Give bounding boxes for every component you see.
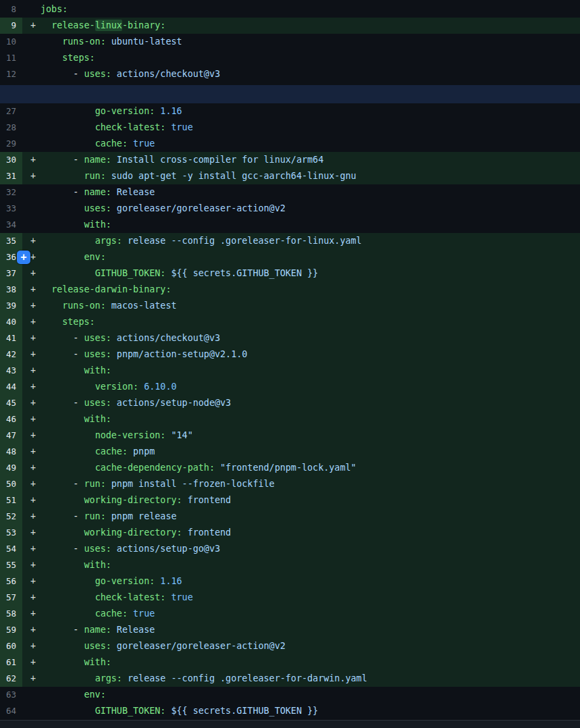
line-number[interactable]: 12 xyxy=(0,66,22,82)
line-number[interactable]: 59 xyxy=(0,622,22,638)
line-number[interactable]: 30 xyxy=(0,152,22,168)
token-plain xyxy=(41,20,51,30)
token-key: cache: xyxy=(95,446,128,457)
token-plain xyxy=(41,382,95,392)
line-number[interactable]: 62 xyxy=(0,671,22,687)
line-number[interactable]: 61 xyxy=(0,654,22,671)
token-str: pnpm release xyxy=(106,511,177,521)
code-text: check-latest: true xyxy=(41,120,580,136)
line-number[interactable]: 45 xyxy=(0,395,22,411)
line-number[interactable]: 39 xyxy=(0,298,22,314)
code-text: with: xyxy=(41,363,580,379)
code-text: uses: goreleaser/goreleaser-action@v2 xyxy=(41,201,580,217)
diff-rows: 8jobs:9+ release-linux-binary:10 runs-on… xyxy=(0,1,580,719)
token-key: with: xyxy=(84,414,111,424)
line-number[interactable]: 52 xyxy=(0,509,22,525)
token-str: pnpm install --frozen-lockfile xyxy=(106,479,275,489)
diff-line: 41+ - uses: actions/checkout@v3 xyxy=(0,330,580,346)
token-plain xyxy=(41,446,95,457)
token-plain xyxy=(41,236,95,246)
token-plain: - xyxy=(41,479,84,489)
line-number[interactable]: 11 xyxy=(0,50,22,66)
token-key: version: xyxy=(95,382,139,392)
token-str: "14" xyxy=(165,430,192,440)
diff-add-marker: + xyxy=(22,379,41,395)
token-key: cache-dependency-path: xyxy=(95,463,215,473)
diff-add-marker: + xyxy=(22,622,41,638)
hunk-expander-row[interactable] xyxy=(0,85,580,103)
line-number[interactable]: 41 xyxy=(0,330,22,346)
line-number[interactable]: 35 xyxy=(0,233,22,249)
line-number[interactable]: 42 xyxy=(0,346,22,363)
line-number[interactable]: 28 xyxy=(0,120,22,136)
token-str: macos-latest xyxy=(106,301,177,311)
code-text: cache-dependency-path: "frontend/pnpm-lo… xyxy=(41,460,580,476)
line-number[interactable]: 49 xyxy=(0,460,22,476)
line-number[interactable]: 56 xyxy=(0,573,22,590)
line-number[interactable]: 27 xyxy=(0,103,22,120)
token-plain xyxy=(41,203,84,213)
code-text: runs-on: macos-latest xyxy=(41,298,580,314)
token-str: "frontend/pnpm-lock.yaml" xyxy=(215,463,357,473)
diff-add-marker: + xyxy=(22,282,41,298)
line-number[interactable]: 55 xyxy=(0,557,22,573)
diff-context-marker xyxy=(22,687,41,703)
line-number[interactable]: 53 xyxy=(0,525,22,541)
line-number[interactable]: 57 xyxy=(0,590,22,606)
line-number[interactable]: 34 xyxy=(0,217,22,233)
line-number[interactable]: 47 xyxy=(0,427,22,444)
line-number[interactable]: 44 xyxy=(0,379,22,395)
diff-line: 57+ check-latest: true xyxy=(0,590,580,606)
line-number[interactable]: 29 xyxy=(0,136,22,152)
diff-line: 34 with: xyxy=(0,217,580,233)
token-plain xyxy=(41,560,84,570)
diff-add-marker: + xyxy=(22,411,41,427)
line-number[interactable]: 43 xyxy=(0,363,22,379)
code-text: env: xyxy=(41,687,580,703)
line-number[interactable]: 38 xyxy=(0,282,22,298)
token-plain xyxy=(41,317,62,327)
line-number[interactable]: 40 xyxy=(0,314,22,330)
line-number[interactable]: 33 xyxy=(0,201,22,217)
line-number[interactable]: 63 xyxy=(0,687,22,703)
diff-line: 53+ working-directory: frontend xyxy=(0,525,580,541)
line-number[interactable]: 58 xyxy=(0,606,22,622)
diff-add-marker: + xyxy=(22,638,41,654)
token-num: 1.16 xyxy=(155,576,182,586)
line-number[interactable]: 54 xyxy=(0,541,22,557)
diff-add-marker: + xyxy=(22,476,41,492)
code-text: GITHUB_TOKEN: ${{ secrets.GITHUB_TOKEN }… xyxy=(41,265,580,282)
line-number[interactable]: 50 xyxy=(0,476,22,492)
line-number[interactable]: 60 xyxy=(0,638,22,654)
diff-context-marker xyxy=(22,34,41,50)
token-str: Release xyxy=(111,625,155,635)
line-number[interactable]: 9 xyxy=(0,18,22,34)
token-plain xyxy=(41,641,84,651)
diff-line: 10 runs-on: ubuntu-latest xyxy=(0,34,580,50)
line-number[interactable]: 8 xyxy=(0,1,22,18)
diff-add-marker: + xyxy=(22,346,41,363)
line-number[interactable]: 31 xyxy=(0,168,22,184)
token-plain xyxy=(41,414,84,424)
token-key: runs-on: xyxy=(62,36,106,47)
line-number[interactable]: 37 xyxy=(0,265,22,282)
line-number[interactable]: 10 xyxy=(0,34,22,50)
token-key: -binary: xyxy=(122,20,166,30)
line-number[interactable]: 64 xyxy=(0,703,22,719)
token-key: node-version: xyxy=(95,430,166,440)
token-plain: - xyxy=(41,187,84,197)
diff-line: 9+ release-linux-binary: xyxy=(0,18,580,34)
add-comment-button[interactable]: + xyxy=(17,251,30,264)
code-text: GITHUB_TOKEN: ${{ secrets.GITHUB_TOKEN }… xyxy=(41,703,580,719)
line-number[interactable]: 51 xyxy=(0,492,22,509)
line-number[interactable]: 46 xyxy=(0,411,22,427)
token-key: name: xyxy=(84,155,111,165)
token-plain: - xyxy=(41,398,84,408)
diff-line: 36++ env: xyxy=(0,249,580,265)
line-number[interactable]: 32 xyxy=(0,184,22,201)
line-number[interactable]: 48 xyxy=(0,444,22,460)
token-str: frontend xyxy=(182,527,232,538)
token-key: working-directory: xyxy=(84,527,182,538)
token-key: go-version: xyxy=(95,106,155,116)
diff-add-marker: + xyxy=(22,363,41,379)
